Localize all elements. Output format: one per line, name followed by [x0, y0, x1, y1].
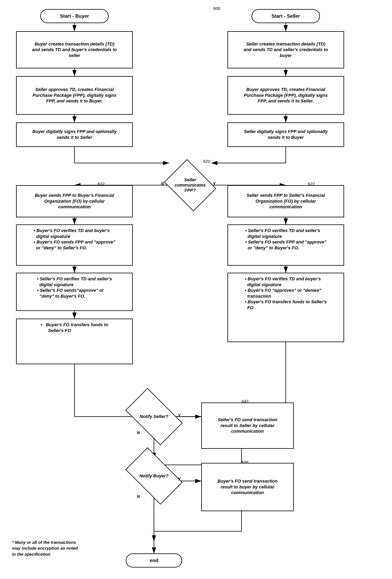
start-buyer-node: Start - Buyer [40, 9, 109, 23]
label-n-620: N [161, 181, 164, 186]
node-646: Buyer's FO send transactionresult to buy… [201, 463, 294, 511]
node-604: Buyer approves TD, creates FinancialPurc… [227, 76, 344, 115]
node-624: • Seller's FO verifies TD and seller's d… [227, 224, 344, 266]
node-612: Buyer creates transaction details (TD)an… [16, 31, 133, 69]
node-606: Seller digitally signs FPP and optionall… [227, 122, 344, 147]
node-638: • Buyer's FO transfers funds to Seller's… [16, 319, 133, 364]
footnote: * Many or all of the transactionsmay inc… [12, 539, 119, 557]
node-636: • Seller's FO verifies TD and seller's d… [16, 273, 133, 311]
node-640-diamond: Notify Seller? [128, 400, 180, 433]
node-626: • Buyer's FO verifies TD and buyer's dig… [227, 273, 344, 342]
flowchart-container: 600 Start - Buyer Start - Seller 612 Buy… [0, 0, 392, 579]
node-614: Seller approves TD, creates FinancialPur… [16, 76, 133, 115]
node-644-diamond: Notify Buyer? [128, 460, 180, 492]
node-620-diamond: SellercommunicatesFPP? [169, 169, 211, 201]
node-602: Seller creates transaction details (TD)a… [227, 31, 344, 69]
label-y-644: Y [178, 477, 181, 481]
ref-620: 620 [203, 159, 210, 164]
node-632: Buyer sends FPP to Buyer's FinancialOrga… [16, 185, 133, 217]
label-n-640: N [137, 430, 140, 435]
label-y-620: Y [213, 181, 216, 186]
start-seller-node: Start - Seller [252, 9, 320, 23]
label-y-640: Y [178, 413, 181, 418]
end-node: end [126, 553, 182, 568]
label-n-644: N [137, 494, 140, 499]
node-622: Seller sends FPP to Seller's FinancialOr… [227, 185, 344, 217]
node-642: Seller's FO send transactionresult to Se… [201, 403, 294, 449]
ref-600: 600 [213, 6, 220, 11]
node-616: Buyer digitally signs FPP and optionally… [16, 122, 133, 147]
node-634: • Buyer's FO verifies TD and buyer's dig… [16, 224, 133, 266]
